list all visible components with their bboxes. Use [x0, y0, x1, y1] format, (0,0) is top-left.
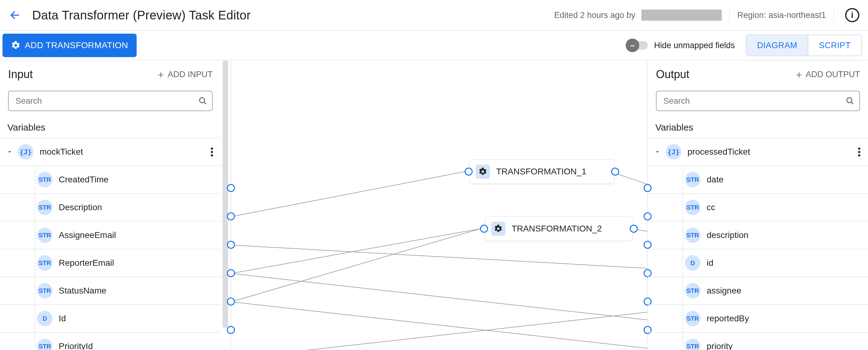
output-variables-label: Variables: [648, 119, 868, 138]
main: Input ＋ ADD INPUT Variables {J} mockTick…: [0, 61, 868, 350]
field-name: StatusName: [59, 286, 106, 296]
output-field-row[interactable]: STRreportedBy: [648, 305, 868, 333]
add-output-label: ADD OUTPUT: [806, 70, 860, 79]
hide-unmapped-toggle[interactable]: –: [628, 41, 648, 50]
type-badge: STR: [685, 311, 701, 326]
tab-script[interactable]: SCRIPT: [808, 35, 861, 56]
input-field-row[interactable]: STRDescription: [0, 194, 221, 221]
svg-point-13: [847, 98, 852, 103]
field-name: date: [707, 175, 724, 184]
svg-line-7: [231, 274, 647, 330]
input-panel: Input ＋ ADD INPUT Variables {J} mockTick…: [0, 61, 221, 350]
type-badge: STR: [37, 255, 53, 271]
input-panel-scrollbar[interactable]: [221, 61, 230, 350]
input-port-assigneeemail[interactable]: [227, 269, 235, 277]
add-output-button[interactable]: ＋ ADD OUTPUT: [794, 69, 860, 79]
node-label: TRANSFORMATION_2: [512, 224, 602, 234]
type-badge: STR: [685, 283, 701, 299]
node-input-handle[interactable]: [480, 225, 488, 233]
input-port-statusname[interactable]: [227, 326, 235, 334]
output-panel-title: Output: [656, 68, 689, 81]
svg-line-3: [231, 172, 465, 217]
output-search-input[interactable]: [656, 91, 860, 111]
input-port-reporteremail[interactable]: [227, 298, 235, 306]
output-field-row[interactable]: STRassignee: [648, 277, 868, 305]
type-badge: STR: [37, 172, 53, 187]
type-badge: D: [685, 255, 701, 271]
svg-line-5: [231, 245, 647, 274]
edges-layer: [231, 61, 647, 350]
output-tree: {J} processedTicket STRdate STRcc STRdes…: [648, 138, 868, 350]
input-field-row[interactable]: STRStatusName: [0, 277, 221, 305]
output-field-row[interactable]: STRcc: [648, 194, 868, 221]
node-output-handle[interactable]: [630, 225, 638, 233]
input-port-mockticket[interactable]: [227, 184, 235, 192]
page-title: Data Transformer (Preview) Task Editor: [32, 8, 251, 22]
node-label: TRANSFORMATION_1: [496, 167, 586, 177]
svg-line-14: [851, 102, 854, 104]
output-field-row[interactable]: STRpriority: [648, 333, 868, 350]
region-label: Region: asia-northeast1: [737, 10, 826, 20]
gear-icon: [11, 41, 21, 50]
input-root-row[interactable]: {J} mockTicket: [0, 138, 221, 166]
field-name: PriorityId: [59, 341, 93, 350]
input-field-row[interactable]: STRReporterEmail: [0, 249, 221, 277]
input-port-createdtime[interactable]: [227, 212, 235, 220]
svg-line-6: [231, 229, 480, 274]
input-field-row[interactable]: STRPriorityId: [0, 333, 221, 350]
caret-down-icon[interactable]: [5, 149, 14, 155]
output-root-row[interactable]: {J} processedTicket: [648, 138, 868, 166]
node-output-handle[interactable]: [611, 168, 619, 176]
diagram-canvas[interactable]: TRANSFORMATION_1 TRANSFORMATION_2: [231, 61, 647, 350]
type-badge: STR: [37, 228, 53, 243]
more-menu-button[interactable]: [854, 147, 864, 156]
output-field-row[interactable]: Did: [648, 249, 868, 277]
output-panel: Output ＋ ADD OUTPUT Variables {J} proces…: [647, 61, 868, 350]
type-badge: STR: [685, 200, 701, 215]
output-field-row[interactable]: STRdescription: [648, 221, 868, 249]
plus-icon: ＋: [156, 69, 166, 79]
input-search-input[interactable]: [8, 91, 213, 111]
json-type-badge: {J}: [666, 144, 681, 160]
node-input-handle[interactable]: [465, 168, 473, 176]
search-icon: [846, 97, 855, 105]
edited-by-label: Edited 2 hours ago by: [554, 10, 636, 20]
input-panel-title: Input: [8, 68, 33, 81]
svg-point-1: [200, 98, 205, 103]
input-variables-label: Variables: [0, 119, 221, 138]
input-port-description[interactable]: [227, 241, 235, 249]
hide-unmapped-label: Hide unmapped fields: [654, 41, 735, 50]
field-name: ReporterEmail: [59, 258, 114, 268]
arrow-left-icon: [9, 9, 21, 21]
gear-icon: [491, 221, 505, 236]
add-transformation-button[interactable]: ADD TRANSFORMATION: [2, 34, 136, 57]
field-name: AssigneeEmail: [59, 230, 116, 240]
transformation-node-2[interactable]: TRANSFORMATION_2: [485, 216, 633, 241]
transformation-node-1[interactable]: TRANSFORMATION_1: [469, 159, 615, 184]
input-field-row[interactable]: DId: [0, 305, 221, 333]
gear-icon: [476, 165, 490, 179]
field-name: cc: [707, 203, 715, 212]
tab-diagram[interactable]: DIAGRAM: [746, 35, 808, 56]
input-field-row[interactable]: STRCreatedTime: [0, 166, 221, 194]
add-input-button[interactable]: ＋ ADD INPUT: [156, 69, 213, 79]
field-name: Description: [59, 203, 102, 212]
field-name: description: [707, 230, 748, 240]
output-field-row[interactable]: STRdate: [648, 166, 868, 194]
svg-line-2: [204, 102, 206, 104]
json-type-badge: {J}: [18, 144, 33, 160]
type-badge: STR: [37, 339, 53, 350]
scroll-thumb[interactable]: [223, 61, 228, 328]
output-root-name: processedTicket: [687, 147, 750, 157]
plus-icon: ＋: [794, 69, 804, 79]
back-button[interactable]: [9, 9, 21, 21]
type-badge: STR: [685, 172, 701, 187]
info-button[interactable]: i: [845, 8, 859, 22]
caret-down-icon[interactable]: [653, 149, 662, 155]
search-icon: [198, 97, 207, 105]
more-menu-button[interactable]: [207, 147, 217, 156]
input-field-row[interactable]: STRAssigneeEmail: [0, 221, 221, 249]
field-name: Id: [59, 314, 66, 323]
field-name: reportedBy: [707, 314, 749, 323]
type-badge: STR: [37, 283, 53, 299]
